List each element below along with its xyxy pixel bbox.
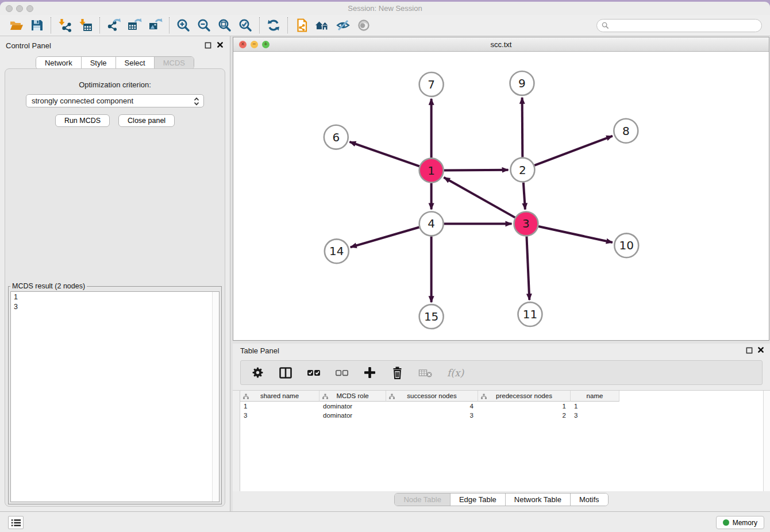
network-window-title: scc.txt bbox=[233, 37, 769, 52]
sort-hierarchy-icon bbox=[389, 394, 395, 399]
import-network-button[interactable] bbox=[55, 16, 75, 34]
table-settings-button[interactable] bbox=[251, 366, 264, 379]
cell-predecessor-nodes[interactable]: 1 bbox=[478, 402, 571, 411]
import-table-button[interactable] bbox=[75, 16, 96, 34]
mcds-result-title: MCDS result (2 nodes) bbox=[10, 282, 87, 290]
cell-predecessor-nodes[interactable]: 2 bbox=[478, 411, 571, 420]
mcds-result-box[interactable]: 1 3 bbox=[10, 291, 220, 502]
zoom-in-button[interactable] bbox=[173, 16, 194, 34]
column-header-predecessor-nodes[interactable]: predecessor nodes bbox=[478, 391, 571, 402]
cell-successor-nodes[interactable]: 3 bbox=[386, 411, 478, 420]
cell-shared-name[interactable]: 3 bbox=[240, 411, 319, 420]
search-box[interactable] bbox=[596, 19, 762, 32]
fx-icon: f(x) bbox=[447, 367, 464, 379]
node-table: shared nameMCDS rolesuccessor nodesprede… bbox=[233, 390, 770, 491]
memory-label: Memory bbox=[733, 519, 757, 527]
cell-successor-nodes[interactable]: 4 bbox=[386, 402, 478, 411]
task-history-button[interactable] bbox=[8, 516, 24, 529]
edge-1-2[interactable] bbox=[444, 170, 509, 171]
close-panel-button[interactable]: Close panel bbox=[118, 114, 175, 127]
zoom-window-button[interactable] bbox=[26, 5, 33, 12]
table-scrollbar[interactable] bbox=[763, 391, 770, 491]
control-panel-close-button[interactable] bbox=[217, 41, 224, 50]
open-session-button[interactable] bbox=[6, 16, 26, 34]
optimization-criterion-select[interactable]: strongly connected component bbox=[26, 94, 204, 107]
table-panel: Table Panel bbox=[233, 344, 770, 511]
delete-table-button[interactable] bbox=[418, 367, 433, 379]
edge-1-6[interactable] bbox=[349, 142, 419, 166]
control-panel-float-button[interactable] bbox=[205, 42, 211, 51]
cell-mcds-role[interactable]: dominator bbox=[319, 402, 386, 411]
minimize-window-button[interactable] bbox=[16, 5, 23, 12]
network-canvas[interactable]: 7968124314101511 bbox=[233, 52, 769, 340]
table-body: 1dominator4113dominator323 bbox=[240, 402, 619, 420]
split-view-button[interactable] bbox=[279, 367, 292, 379]
edge-2-9[interactable] bbox=[522, 98, 523, 157]
toolbar-separator bbox=[259, 17, 260, 33]
table-panel-close-button[interactable] bbox=[757, 346, 764, 355]
mcds-result-scrollbar[interactable] bbox=[212, 292, 219, 502]
tab-motifs[interactable]: Motifs bbox=[571, 494, 608, 506]
add-button[interactable] bbox=[363, 366, 376, 379]
table-row-1[interactable]: 1dominator411 bbox=[240, 402, 619, 411]
table-panel-float-button[interactable] bbox=[746, 347, 753, 356]
run-mcds-button[interactable]: Run MCDS bbox=[55, 114, 110, 127]
node-label-11: 11 bbox=[523, 307, 537, 321]
cell-shared-name[interactable]: 1 bbox=[240, 402, 319, 411]
tab-network-table[interactable]: Network Table bbox=[506, 494, 571, 506]
column-header-mcds-role[interactable]: MCDS role bbox=[319, 391, 386, 402]
cell-name[interactable]: 3 bbox=[571, 411, 619, 420]
memory-button[interactable]: Memory bbox=[716, 516, 764, 529]
status-bar: Memory bbox=[0, 511, 770, 532]
new-network-from-selection-button[interactable] bbox=[291, 16, 312, 34]
column-header-successor-nodes[interactable]: successor nodes bbox=[386, 391, 478, 402]
tab-edge-table[interactable]: Edge Table bbox=[451, 494, 506, 506]
table-row-2[interactable]: 3dominator323 bbox=[240, 411, 619, 420]
deselect-all-button[interactable] bbox=[335, 368, 349, 377]
delete-button[interactable] bbox=[391, 366, 404, 380]
control-panel-tabs: NetworkStyleSelectMCDS bbox=[0, 56, 230, 70]
export-table-button[interactable] bbox=[124, 16, 145, 34]
tab-mcds[interactable]: MCDS bbox=[155, 57, 194, 69]
node-label-15: 15 bbox=[424, 310, 438, 323]
tab-node-table[interactable]: Node Table bbox=[395, 494, 451, 506]
edge-4-14[interactable] bbox=[351, 228, 419, 248]
export-image-button[interactable] bbox=[145, 16, 165, 34]
edge-3-10[interactable] bbox=[538, 226, 613, 242]
show-all-networks-button[interactable] bbox=[312, 16, 333, 34]
node-label-4: 4 bbox=[428, 217, 435, 230]
mcds-result-group: MCDS result (2 nodes) 1 3 bbox=[8, 282, 222, 504]
edge-3-11[interactable] bbox=[526, 236, 529, 300]
column-header-shared-name[interactable]: shared name bbox=[240, 391, 319, 402]
export-image-icon bbox=[148, 18, 163, 33]
import-network-icon bbox=[57, 18, 72, 33]
apply-layout-button[interactable] bbox=[263, 16, 284, 34]
search-input[interactable] bbox=[612, 21, 757, 29]
save-session-button[interactable] bbox=[26, 16, 47, 34]
cell-mcds-role[interactable]: dominator bbox=[319, 411, 386, 420]
tab-style[interactable]: Style bbox=[82, 57, 116, 69]
network-minimize-button[interactable]: − bbox=[251, 41, 258, 48]
select-all-button[interactable] bbox=[307, 368, 321, 377]
network-zoom-button[interactable]: + bbox=[262, 41, 270, 48]
zoom-out-button[interactable] bbox=[194, 16, 214, 34]
edge-2-8[interactable] bbox=[534, 136, 613, 165]
export-network-button[interactable] bbox=[103, 16, 124, 34]
cell-name[interactable]: 1 bbox=[571, 402, 619, 411]
network-close-button[interactable]: × bbox=[239, 41, 247, 48]
hide-selected-button[interactable] bbox=[333, 16, 353, 34]
sort-hierarchy-icon bbox=[322, 394, 328, 399]
zoom-selected-button[interactable] bbox=[235, 16, 256, 34]
unchecked-boxes-icon bbox=[335, 368, 349, 377]
edge-2-3[interactable] bbox=[523, 183, 525, 210]
sort-hierarchy-icon bbox=[481, 394, 487, 399]
tab-network[interactable]: Network bbox=[36, 57, 82, 69]
close-window-button[interactable] bbox=[6, 5, 13, 12]
show-hidden-button[interactable] bbox=[353, 16, 374, 34]
function-builder-button[interactable]: f(x) bbox=[447, 367, 464, 379]
column-header-name[interactable]: name bbox=[571, 391, 619, 402]
zoom-fit-button[interactable] bbox=[214, 16, 235, 34]
select-stepper-icon bbox=[192, 97, 201, 106]
edge-3-1[interactable] bbox=[444, 178, 515, 218]
tab-select[interactable]: Select bbox=[116, 57, 155, 69]
